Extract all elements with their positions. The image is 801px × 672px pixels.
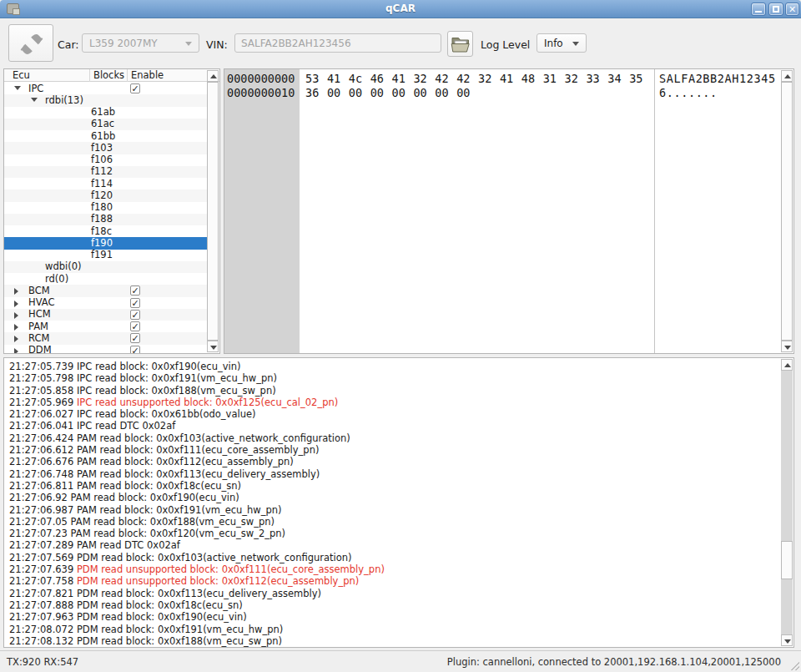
- tree-row-label: 61bb: [91, 131, 115, 143]
- log-message: PAM read block: 0x0xf190(ecu_vin): [71, 492, 239, 503]
- maximize-button[interactable]: [768, 3, 783, 16]
- log-message: IPC read unsupported block: 0x0xf125(ecu…: [77, 397, 338, 408]
- log-timestamp: 21:27:07.569: [9, 552, 77, 563]
- log-message: IPC read block: 0x0x61bb(odo_value): [77, 408, 256, 420]
- log-scrollbar[interactable]: [781, 359, 793, 646]
- collapse-arrow-icon[interactable]: [31, 98, 38, 102]
- expand-arrow-icon[interactable]: [14, 324, 18, 331]
- car-select[interactable]: L359 2007MY: [82, 33, 199, 53]
- hex-row: 000000000053 41 4c 46 41 32 42 42 32 41 …: [224, 72, 780, 86]
- scrollbar-thumb[interactable]: [207, 82, 219, 341]
- car-select-value: L359 2007MY: [89, 38, 158, 49]
- chevron-down-icon: [185, 42, 192, 46]
- tree-row[interactable]: 61ab: [4, 107, 209, 119]
- log-message: PAM read block: 0x0xf111(ecu_core_assemb…: [77, 444, 320, 456]
- close-icon: ✕: [786, 4, 798, 15]
- tree-row[interactable]: f180: [4, 202, 209, 214]
- log-message: PDM read block: 0x0xf103(active_network_…: [77, 552, 352, 563]
- toolbar: Car: L359 2007MY VIN: SALFA2BB2AH123456 …: [0, 18, 801, 68]
- log-timestamp: 21:27:06.811: [9, 480, 77, 492]
- tree-row[interactable]: RCM✓: [4, 332, 209, 344]
- scrollbar-thumb[interactable]: [781, 82, 793, 341]
- log-panel[interactable]: 21:27:05.739 IPC read block: 0x0xf190(ec…: [3, 357, 794, 648]
- expand-arrow-icon[interactable]: [14, 312, 18, 319]
- log-timestamp: 21:27:06.987: [9, 504, 77, 516]
- tree-row-label: f106: [91, 154, 113, 166]
- scrollbar-thumb[interactable]: [781, 541, 793, 579]
- vin-field[interactable]: SALFA2BB2AH123456: [234, 33, 441, 53]
- triangle-up-icon: [784, 74, 791, 78]
- enable-checkbox[interactable]: ✓: [130, 333, 140, 343]
- scroll-up-button[interactable]: [781, 359, 793, 371]
- log-timestamp: 21:27:06.027: [9, 408, 77, 420]
- tree-row[interactable]: PAM✓: [4, 321, 209, 332]
- column-header-blocks[interactable]: Blocks: [90, 69, 128, 82]
- expand-arrow-icon[interactable]: [14, 348, 18, 355]
- log-timestamp: 21:27:07.758: [9, 575, 77, 587]
- tree-row[interactable]: HCM✓: [4, 309, 209, 321]
- log-timestamp: 21:27:07.821: [9, 588, 77, 599]
- tree-scrollbar[interactable]: [207, 70, 219, 352]
- tree-row[interactable]: f114: [4, 178, 209, 189]
- tree-rows: IPC✓rdbi(13)61ab61ac61bbf103f106f112f114…: [4, 83, 209, 354]
- minimize-button[interactable]: [751, 3, 766, 16]
- column-header-enable[interactable]: Enable: [128, 69, 209, 82]
- log-level-select[interactable]: Info: [537, 33, 587, 53]
- tree-row[interactable]: rdbi(13): [4, 94, 209, 106]
- tree-row-label: f188: [91, 214, 113, 225]
- log-line: 21:27:07.05 PAM read block: 0x0xf188(vm_…: [9, 516, 778, 528]
- tree-row[interactable]: DDM✓: [4, 345, 209, 355]
- tree-row[interactable]: f190: [4, 237, 209, 249]
- close-button[interactable]: ✕: [785, 3, 799, 16]
- enable-checkbox[interactable]: ✓: [130, 346, 140, 355]
- expand-arrow-icon[interactable]: [14, 288, 18, 295]
- hex-row: 000000001036 00 00 00 00 00 00 006......…: [224, 86, 780, 100]
- log-message: PDM read block: 0x0xf18c(ecu_sn): [77, 599, 243, 611]
- tree-row[interactable]: f188: [4, 214, 209, 225]
- titlebar: qCAR ✕: [0, 0, 801, 18]
- triangle-down-icon: [784, 639, 791, 644]
- log-timestamp: 21:27:05.858: [9, 385, 77, 397]
- tree-row[interactable]: BCM✓: [4, 285, 209, 296]
- scroll-up-button[interactable]: [781, 70, 793, 82]
- expand-arrow-icon[interactable]: [14, 336, 18, 342]
- tree-row[interactable]: HVAC✓: [4, 297, 209, 309]
- tree-row[interactable]: f103: [4, 142, 209, 154]
- log-message: PAM read block: 0x0xf188(vm_ecu_sw_pn): [71, 516, 275, 528]
- enable-checkbox[interactable]: ✓: [130, 321, 140, 331]
- tree-row[interactable]: f18c: [4, 225, 209, 237]
- log-timestamp: 21:27:07.639: [9, 563, 77, 575]
- open-log-button[interactable]: [447, 31, 473, 57]
- tree-row[interactable]: 61bb: [4, 130, 209, 142]
- scroll-down-button[interactable]: [207, 341, 219, 352]
- scroll-down-button[interactable]: [781, 341, 793, 352]
- car-label: Car:: [58, 38, 79, 51]
- expand-arrow-icon[interactable]: [14, 301, 18, 307]
- tree-row[interactable]: 61ac: [4, 119, 209, 130]
- tree-row[interactable]: IPC✓: [4, 83, 209, 94]
- hex-scrollbar[interactable]: [781, 70, 793, 352]
- log-timestamp: 21:27:05.798: [9, 372, 77, 384]
- enable-checkbox[interactable]: ✓: [130, 310, 140, 320]
- enable-checkbox[interactable]: ✓: [130, 285, 140, 296]
- tree-row-label: f18c: [91, 226, 112, 238]
- log-line: 21:27:07.821 PDM read block: 0x0xf113(ec…: [9, 588, 778, 599]
- enable-checkbox[interactable]: ✓: [130, 298, 140, 308]
- log-timestamp: 21:27:07.289: [9, 539, 77, 551]
- tree-row[interactable]: f112: [4, 166, 209, 178]
- tree-row[interactable]: f191: [4, 250, 209, 261]
- enable-checkbox[interactable]: ✓: [130, 83, 140, 93]
- tree-row[interactable]: wdbi(0): [4, 261, 209, 273]
- connect-button[interactable]: [8, 24, 53, 62]
- tree-row[interactable]: f106: [4, 154, 209, 166]
- collapse-arrow-icon[interactable]: [14, 86, 21, 90]
- scroll-down-button[interactable]: [781, 634, 793, 646]
- hex-ascii: 6.......: [659, 86, 718, 100]
- scroll-up-button[interactable]: [207, 70, 219, 82]
- statusbar: TX:920 RX:547 Plugin: cannelloni, connec…: [0, 650, 801, 672]
- resize-grip[interactable]: [788, 659, 799, 670]
- hex-ascii: SALFA2BB2AH12345: [659, 72, 776, 86]
- tree-row[interactable]: f120: [4, 189, 209, 201]
- column-header-ecu[interactable]: Ecu: [4, 69, 90, 82]
- tree-row[interactable]: rd(0): [4, 273, 209, 285]
